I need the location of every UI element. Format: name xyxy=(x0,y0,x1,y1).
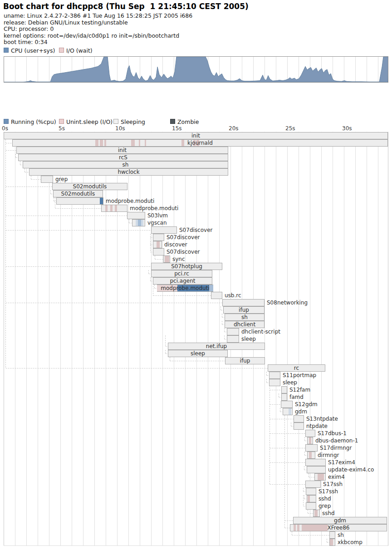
process-label: ifup xyxy=(223,306,265,314)
bootchart-page: Boot chart for dhcppc8 (Thu Sep 1 21:45:… xyxy=(0,0,392,550)
process-bar xyxy=(132,219,145,226)
process-label: dirmngr xyxy=(318,452,339,459)
process-label: update-exim4.co xyxy=(328,466,374,473)
process-bar xyxy=(281,401,293,408)
process-bar xyxy=(281,393,287,401)
io-wait-segment xyxy=(314,510,318,516)
process-bar xyxy=(211,292,222,299)
process-bar xyxy=(151,226,177,234)
process-label: dhclient-script xyxy=(241,328,280,335)
process-bar xyxy=(294,422,304,430)
process-label: gdm xyxy=(293,517,387,524)
process-label: sleep xyxy=(168,350,228,357)
process-label: S12gdm xyxy=(295,401,318,408)
process-label: vgscan xyxy=(147,219,167,226)
process-bar xyxy=(306,502,316,510)
cpu-running-segment xyxy=(100,198,103,204)
process-bar xyxy=(329,539,335,546)
process-bar xyxy=(153,234,164,241)
process-bar xyxy=(294,415,304,422)
process-label: S02modutils xyxy=(53,190,103,197)
process-bar xyxy=(56,197,103,205)
process-bar xyxy=(329,531,335,539)
process-label: rcS xyxy=(18,154,228,161)
process-label: S13ntpdate xyxy=(306,415,338,422)
process-label: S17dbus-1 xyxy=(318,430,347,437)
process-label: net.ifup xyxy=(168,343,265,350)
process-label: S11portmap xyxy=(283,372,316,379)
process-bar xyxy=(127,212,145,219)
process-label: grep xyxy=(55,176,68,183)
process-label: S12fam xyxy=(289,386,310,393)
process-bar xyxy=(101,205,127,212)
process-label: S17dirmngr xyxy=(320,444,352,452)
process-bar xyxy=(307,495,316,502)
process-label: sleep xyxy=(283,379,297,386)
process-label: S07discover xyxy=(167,248,200,255)
io-wait-segment xyxy=(309,452,312,458)
cpu-running-segment xyxy=(141,220,143,226)
process-label: S17ssh xyxy=(318,488,338,495)
process-label: init xyxy=(16,147,228,154)
process-bar xyxy=(305,481,321,488)
process-label: S17exim4 xyxy=(328,459,355,466)
process-label: gdm xyxy=(295,408,307,415)
process-bar xyxy=(307,437,313,444)
process-label: S07discover xyxy=(167,234,200,241)
process-label: XFree86 xyxy=(290,524,387,531)
process-label: init xyxy=(4,132,388,139)
process-label: exim4 xyxy=(328,473,345,481)
process-bar xyxy=(313,510,320,517)
process-label: modprobe.moduti xyxy=(157,285,213,292)
io-wait-segment xyxy=(330,539,333,545)
process-bar xyxy=(305,444,318,452)
process-label: ntpdate xyxy=(306,422,328,430)
cpu-running-segment xyxy=(138,220,141,226)
process-bar xyxy=(163,255,170,263)
io-wait-segment xyxy=(318,474,324,480)
process-label: S07discover xyxy=(179,226,212,234)
process-label: pci.agent xyxy=(153,277,212,285)
process-label: S08networking xyxy=(267,299,308,306)
process-label: dbus-daemon-1 xyxy=(315,437,358,444)
process-label: ifup xyxy=(225,357,265,364)
io-wait-segment xyxy=(105,205,108,211)
process-label: sleep xyxy=(241,335,256,343)
process-bar xyxy=(283,408,293,415)
process-label: dhclient xyxy=(225,321,265,328)
io-wait-segment xyxy=(165,256,169,262)
process-label: S07hotplug xyxy=(151,263,222,270)
process-label: grep xyxy=(318,502,331,510)
io-wait-segment xyxy=(110,205,113,211)
io-wait-segment xyxy=(115,205,117,211)
process-label: xkbcomp xyxy=(338,539,363,546)
process-bar xyxy=(41,176,53,183)
process-label: pci.rc xyxy=(151,270,212,277)
process-bar xyxy=(305,459,326,466)
process-bar xyxy=(153,248,164,255)
process-label: modprobe.moduti xyxy=(130,205,178,212)
process-bar xyxy=(153,241,162,248)
process-bar xyxy=(227,335,239,343)
process-label: sync xyxy=(172,255,185,263)
process-label: sshd xyxy=(322,510,335,517)
io-wait-segment xyxy=(308,496,310,502)
process-bar xyxy=(222,299,265,306)
process-bar xyxy=(307,466,326,473)
process-label: modprobe.moduti xyxy=(106,197,154,205)
process-label: hwclock xyxy=(29,168,228,176)
process-label: sh xyxy=(225,314,265,321)
process-label: S03lvm xyxy=(147,212,168,219)
process-label: S02modutils xyxy=(52,183,127,190)
process-bar xyxy=(269,379,280,386)
io-wait-segment xyxy=(309,437,311,444)
process-bar xyxy=(305,430,315,437)
process-label: kjournald xyxy=(12,139,388,147)
process-label: sh xyxy=(23,161,228,168)
process-label: discover xyxy=(164,241,187,248)
process-label: famd xyxy=(289,393,304,401)
process-bar xyxy=(227,328,239,335)
process-label: usb.rc xyxy=(225,292,241,299)
process-bar xyxy=(307,452,315,459)
process-label: sshd xyxy=(318,495,331,502)
